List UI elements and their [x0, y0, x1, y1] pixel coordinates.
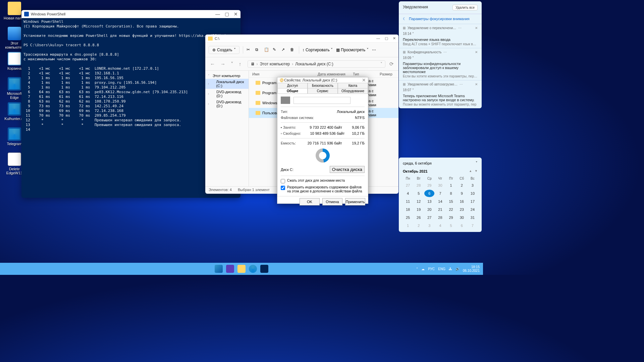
col-name[interactable]: Имя [252, 72, 318, 76]
calendar-day[interactable]: 16 [457, 198, 467, 205]
calendar-day[interactable]: 3 [468, 182, 478, 189]
calendar-day[interactable]: 14 [435, 198, 445, 205]
clear-all-button[interactable]: Удалить все [452, 5, 478, 10]
calendar-day[interactable]: 23 [457, 206, 467, 213]
calendar-day[interactable]: 28 [414, 182, 424, 189]
calendar-day[interactable]: 5 [446, 222, 456, 229]
share-icon[interactable]: ↗ [281, 47, 287, 53]
calendar-day[interactable]: 11 [403, 198, 413, 205]
rename-icon[interactable]: ✎ [273, 47, 278, 53]
dismiss-icon[interactable]: ✕ [475, 50, 478, 54]
clock[interactable]: 18:1506.10.2021 [463, 265, 480, 273]
calendar-day[interactable]: 6 [457, 222, 467, 229]
calendar-day[interactable]: 29 [424, 182, 434, 189]
col-type[interactable]: Тип [353, 72, 380, 76]
calendar-day[interactable]: 24 [468, 206, 478, 213]
back-button[interactable]: ← [209, 61, 216, 67]
volume-icon[interactable]: 🔊 [455, 267, 460, 271]
calendar-day[interactable]: 10 [468, 190, 478, 197]
calendar-day[interactable]: 19 [414, 206, 424, 213]
new-button[interactable]: ⊕ Создать ˅ [209, 46, 239, 54]
calendar-day[interactable]: 9 [457, 190, 467, 197]
calendar-day[interactable]: 17 [468, 198, 478, 205]
col-size[interactable]: Размер [380, 72, 392, 76]
notification-card[interactable]: ⊞Уведомление о переключени…⋯✕ 18:14 ˅Пер… [399, 24, 482, 48]
calendar-day[interactable]: 22 [446, 206, 456, 213]
tab-Квота[interactable]: Квота [338, 83, 368, 88]
col-date[interactable]: Дата изменения [318, 72, 353, 76]
collapse-button[interactable]: ˅ [476, 161, 478, 165]
tab-Общие[interactable]: Общие [277, 88, 308, 94]
tab-Доступ[interactable]: Доступ [277, 83, 308, 88]
more-button[interactable]: ⋯ [372, 48, 376, 52]
calendar-day[interactable]: 12 [414, 198, 424, 205]
calendar-day[interactable]: 5 [414, 190, 424, 197]
calendar-day[interactable]: 13 [424, 198, 434, 205]
ok-button[interactable]: OK [300, 198, 320, 205]
taskbar-powershell-icon[interactable] [260, 265, 268, 273]
focus-settings-link[interactable]: ☾ Параметры фокусировки внимания [399, 14, 482, 24]
taskbar-chat-icon[interactable] [226, 265, 234, 273]
calendar-day[interactable]: 3 [424, 222, 434, 229]
ime-indicator[interactable]: ENG [438, 267, 445, 271]
calendar-day[interactable]: 1 [446, 182, 456, 189]
calendar-day[interactable]: 2 [414, 222, 424, 229]
tab-Безопасность[interactable]: Безопасность [308, 83, 338, 88]
close-button[interactable]: ✕ [234, 11, 238, 17]
calendar-day[interactable]: 4 [403, 190, 413, 197]
apply-button[interactable]: Применить [345, 198, 365, 205]
sidebar-item[interactable]: ˅Этот компьютер [205, 73, 249, 79]
copy-icon[interactable]: ⧉ [255, 47, 261, 53]
close-button[interactable]: ✕ [393, 36, 396, 41]
calendar-day[interactable]: 15 [446, 198, 456, 205]
address-bar[interactable]: 🖥 › Этот компьютер › Локальный диск (C:)… [248, 60, 386, 68]
maximize-button[interactable]: ▢ [385, 36, 388, 41]
next-month-button[interactable]: ▼ [475, 169, 478, 173]
calendar-day[interactable]: 8 [446, 190, 456, 197]
calendar-day[interactable]: 6 [424, 190, 434, 197]
start-button[interactable] [215, 265, 223, 273]
calendar-day[interactable]: 25 [403, 214, 413, 221]
tray-expand-icon[interactable]: ˄ [416, 267, 418, 271]
sidebar-item[interactable]: ›Локальный диск (C:) [205, 79, 249, 89]
calendar-day[interactable]: 27 [403, 182, 413, 189]
up-button[interactable]: ↑ [237, 61, 243, 67]
calendar-day[interactable]: 30 [435, 182, 445, 189]
compress-checkbox[interactable]: Сжать этот диск для экономии места [281, 179, 365, 183]
cancel-button[interactable]: Отмена [322, 198, 342, 205]
tab-Оборудование[interactable]: Оборудование [338, 88, 368, 94]
explorer-titlebar[interactable]: C:\ — ▢ ✕ [205, 35, 398, 43]
calendar-day[interactable]: 26 [414, 214, 424, 221]
dismiss-icon[interactable]: ✕ [475, 26, 478, 30]
disk-cleanup-button[interactable]: Очистка диска [330, 166, 365, 173]
forward-button[interactable]: → [219, 61, 227, 67]
language-indicator[interactable]: РУС [428, 267, 435, 271]
drive-label-input[interactable] [293, 97, 351, 104]
taskbar-explorer-icon[interactable] [237, 265, 246, 273]
calendar-day[interactable]: 7 [435, 190, 445, 197]
tab-Сервис[interactable]: Сервис [308, 88, 338, 94]
minimize-button[interactable]: — [376, 36, 380, 41]
dropdown-button[interactable]: ˅ [229, 61, 235, 67]
network-icon[interactable]: 🖧 [449, 267, 452, 271]
sidebar-item[interactable]: ›DVD-дисковод (D:) [205, 89, 249, 99]
dismiss-icon[interactable]: ✕ [475, 82, 478, 86]
calendar-day[interactable]: 31 [468, 214, 478, 221]
notification-card[interactable]: ⊞Конфиденциальность⋯✕ 18:09 ˅Параметры к… [399, 48, 482, 80]
view-button[interactable]: ▦ Просмотреть ˅ [336, 48, 369, 52]
maximize-button[interactable]: ▢ [225, 11, 229, 17]
delete-icon[interactable]: 🗑 [290, 47, 296, 53]
properties-titlebar[interactable]: 📀 Свойства: Локальный диск (C:) ✕ [277, 77, 368, 83]
paste-icon[interactable]: 📋 [264, 47, 269, 53]
calendar-day[interactable]: 29 [446, 214, 456, 221]
calendar-day[interactable]: 27 [424, 214, 434, 221]
calendar-day[interactable]: 20 [424, 206, 434, 213]
index-checkbox[interactable]: Разрешить индексировать содержимое файло… [281, 185, 365, 193]
calendar-day[interactable]: 4 [435, 222, 445, 229]
onedrive-icon[interactable]: ☁ [421, 267, 425, 271]
powershell-titlebar[interactable]: Windows PowerShell — ▢ ✕ [21, 10, 240, 18]
taskbar-edge-icon[interactable] [249, 265, 257, 273]
minimize-button[interactable]: — [215, 11, 220, 17]
prev-month-button[interactable]: ▲ [469, 169, 472, 173]
calendar-day[interactable]: 28 [435, 214, 445, 221]
